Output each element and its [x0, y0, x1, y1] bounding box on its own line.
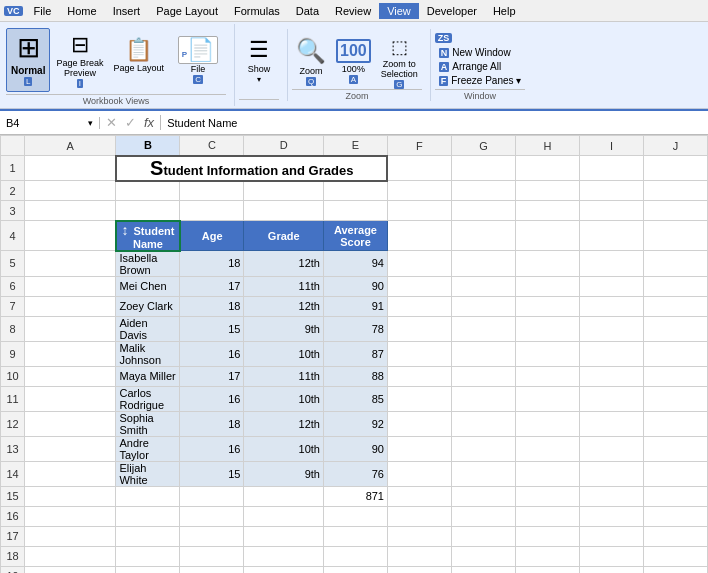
cell-B14[interactable]: Elijah White: [116, 461, 180, 486]
col-header-J[interactable]: J: [644, 136, 708, 156]
cell-G1[interactable]: [451, 156, 515, 181]
page-break-button[interactable]: ⊟ Page BreakPreview I: [52, 28, 107, 92]
row-num[interactable]: 14: [1, 461, 25, 486]
cell-I1[interactable]: [579, 156, 643, 181]
cell-E8[interactable]: 78: [323, 316, 387, 341]
cell-E17[interactable]: [323, 526, 387, 546]
cell-C9[interactable]: 16: [180, 341, 244, 366]
col-header-B[interactable]: B: [116, 136, 180, 156]
cell-H18[interactable]: [515, 546, 579, 566]
col-header-C[interactable]: C: [180, 136, 244, 156]
cell-H19[interactable]: [515, 566, 579, 573]
cell-J11[interactable]: [644, 386, 708, 411]
cell-C2[interactable]: [180, 181, 244, 201]
cell-F3[interactable]: [387, 201, 451, 221]
cell-C3[interactable]: [180, 201, 244, 221]
menu-help[interactable]: Help: [485, 3, 524, 19]
cell-F7[interactable]: [387, 296, 451, 316]
cell-I2[interactable]: [579, 181, 643, 201]
cell-D13[interactable]: 10th: [244, 436, 324, 461]
cell-H15[interactable]: [515, 486, 579, 506]
cell-D16[interactable]: [244, 506, 324, 526]
cell-B12[interactable]: Sophia Smith: [116, 411, 180, 436]
cell-J17[interactable]: [644, 526, 708, 546]
page-layout-button[interactable]: 📋 Page Layout .: [109, 28, 168, 92]
cell-I19[interactable]: [579, 566, 643, 573]
cell-G4[interactable]: [451, 221, 515, 251]
cell-G14[interactable]: [451, 461, 515, 486]
cell-J3[interactable]: [644, 201, 708, 221]
cell-D9[interactable]: 10th: [244, 341, 324, 366]
cell-D14[interactable]: 9th: [244, 461, 324, 486]
cell-C13[interactable]: 16: [180, 436, 244, 461]
row-num[interactable]: 1: [1, 156, 25, 181]
cell-C5[interactable]: 18: [180, 251, 244, 277]
cell-I13[interactable]: [579, 436, 643, 461]
cell-F9[interactable]: [387, 341, 451, 366]
cell-ref-dropdown-icon[interactable]: ▾: [88, 118, 93, 128]
cell-E18[interactable]: [323, 546, 387, 566]
cell-D15[interactable]: [244, 486, 324, 506]
cell-C4[interactable]: Age: [180, 221, 244, 251]
cell-C14[interactable]: 15: [180, 461, 244, 486]
cell-A10[interactable]: [25, 366, 116, 386]
menu-insert[interactable]: Insert: [105, 3, 149, 19]
cell-C11[interactable]: 16: [180, 386, 244, 411]
cell-A1[interactable]: [25, 156, 116, 181]
cell-B3[interactable]: [116, 201, 180, 221]
cell-F12[interactable]: [387, 411, 451, 436]
cell-D6[interactable]: 11th: [244, 276, 324, 296]
row-num[interactable]: 19: [1, 566, 25, 573]
cell-J6[interactable]: [644, 276, 708, 296]
menu-review[interactable]: Review: [327, 3, 379, 19]
custom-views-button[interactable]: P📄 File C: [170, 28, 226, 92]
fx-icon[interactable]: fx: [144, 115, 154, 130]
cell-I4[interactable]: [579, 221, 643, 251]
cell-B13[interactable]: Andre Taylor: [116, 436, 180, 461]
cell-F4[interactable]: [387, 221, 451, 251]
cell-B1[interactable]: Student Information and Grades: [116, 156, 388, 181]
cell-I11[interactable]: [579, 386, 643, 411]
cell-A5[interactable]: [25, 251, 116, 277]
col-header-I[interactable]: I: [579, 136, 643, 156]
cell-reference[interactable]: B4 ▾: [0, 117, 100, 129]
cell-J14[interactable]: [644, 461, 708, 486]
cell-J13[interactable]: [644, 436, 708, 461]
cell-G15[interactable]: [451, 486, 515, 506]
cell-F13[interactable]: [387, 436, 451, 461]
col-header-F[interactable]: F: [387, 136, 451, 156]
cell-D10[interactable]: 11th: [244, 366, 324, 386]
cell-F1[interactable]: [387, 156, 451, 181]
cell-C18[interactable]: [180, 546, 244, 566]
cell-E3[interactable]: [323, 201, 387, 221]
cell-E15[interactable]: 871: [323, 486, 387, 506]
cell-H7[interactable]: [515, 296, 579, 316]
cell-D7[interactable]: 12th: [244, 296, 324, 316]
cell-I12[interactable]: [579, 411, 643, 436]
cell-A8[interactable]: [25, 316, 116, 341]
cell-G13[interactable]: [451, 436, 515, 461]
cell-G10[interactable]: [451, 366, 515, 386]
cell-I16[interactable]: [579, 506, 643, 526]
cell-F6[interactable]: [387, 276, 451, 296]
cell-J15[interactable]: [644, 486, 708, 506]
cell-E12[interactable]: 92: [323, 411, 387, 436]
cell-B11[interactable]: Carlos Rodrigue: [116, 386, 180, 411]
row-num[interactable]: 4: [1, 221, 25, 251]
cell-E4[interactable]: Average Score: [323, 221, 387, 251]
cell-H1[interactable]: [515, 156, 579, 181]
cell-A6[interactable]: [25, 276, 116, 296]
zoom100-button[interactable]: 100 100% A: [332, 33, 375, 89]
cell-E10[interactable]: 88: [323, 366, 387, 386]
cell-D4[interactable]: Grade: [244, 221, 324, 251]
row-num[interactable]: 3: [1, 201, 25, 221]
cell-B6[interactable]: Mei Chen: [116, 276, 180, 296]
cell-F11[interactable]: [387, 386, 451, 411]
cell-H8[interactable]: [515, 316, 579, 341]
cell-I5[interactable]: [579, 251, 643, 277]
row-num[interactable]: 18: [1, 546, 25, 566]
col-header-G[interactable]: G: [451, 136, 515, 156]
cell-A17[interactable]: [25, 526, 116, 546]
menu-file[interactable]: File: [26, 3, 60, 19]
cell-A14[interactable]: [25, 461, 116, 486]
